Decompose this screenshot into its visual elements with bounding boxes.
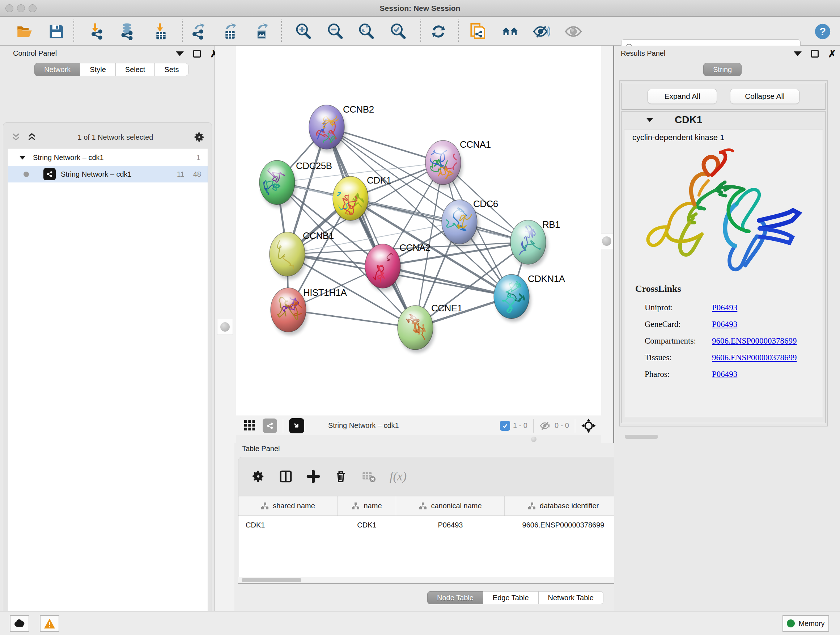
zoom-out-icon[interactable]: [327, 23, 344, 40]
control-panel-collapse-icon[interactable]: [176, 51, 184, 56]
tab-sets[interactable]: Sets: [155, 63, 188, 76]
selected-items-checkbox[interactable]: [500, 421, 510, 431]
scrollbar-thumb[interactable]: [242, 578, 302, 582]
cell-canonical-name[interactable]: P06493: [396, 521, 505, 529]
add-column-icon[interactable]: [306, 470, 320, 483]
hide-graphics-details-icon[interactable]: [533, 23, 550, 40]
tab-network-table[interactable]: Network Table: [538, 591, 603, 604]
network-node-CDC6[interactable]: [429, 195, 479, 247]
window-close-button[interactable]: [5, 4, 13, 12]
expand-all-button[interactable]: Expand All: [647, 89, 717, 104]
zoom-in-icon[interactable]: [295, 23, 312, 40]
results-panel-close-icon[interactable]: ✗: [828, 50, 836, 57]
results-panel-collapse-icon[interactable]: [794, 51, 802, 56]
expand-all-icon[interactable]: [27, 133, 37, 142]
delete-table-icon: [362, 469, 376, 484]
results-scrollbar-thumb[interactable]: [625, 435, 658, 439]
collapse-all-icon[interactable]: [11, 133, 21, 142]
results-panel-float-icon[interactable]: [811, 50, 819, 57]
open-session-icon[interactable]: [16, 23, 33, 40]
svg-text:?: ?: [819, 25, 826, 37]
left-splitter-handle[interactable]: [217, 319, 233, 335]
save-session-icon[interactable]: [48, 23, 65, 40]
window-zoom-button[interactable]: [28, 4, 36, 12]
left-splitter[interactable]: [215, 46, 236, 611]
function-builder-icon: f(x): [390, 470, 407, 483]
show-view-icon[interactable]: [565, 23, 582, 40]
help-icon[interactable]: ?: [814, 23, 831, 40]
share-document-icon[interactable]: [470, 23, 487, 40]
delete-column-icon[interactable]: [334, 470, 347, 483]
tab-style[interactable]: Style: [80, 63, 115, 76]
birdseye-grid-icon[interactable]: [243, 418, 256, 433]
network-collection-row[interactable]: String Network – cdk1 1: [8, 149, 208, 166]
crosslink-link[interactable]: P06493: [712, 320, 737, 329]
import-network-database-icon[interactable]: [118, 23, 136, 40]
network-node-label-CDC25B: CDC25B: [296, 160, 332, 171]
warnings-button[interactable]: [40, 615, 59, 632]
table-options-gear-icon[interactable]: [251, 470, 265, 483]
control-panel-float-icon[interactable]: [193, 50, 201, 57]
results-panel-title: Results Panel: [621, 49, 665, 57]
crosslink-link[interactable]: 9606.ENSP00000378699: [712, 336, 797, 346]
crosslink-label: GeneCard:: [645, 320, 712, 329]
import-table-icon[interactable]: [152, 23, 170, 40]
crosslink-label: Tissues:: [645, 353, 712, 363]
bottom-splitter-handle[interactable]: [531, 437, 537, 442]
string-style-icon[interactable]: [263, 418, 277, 433]
tab-string[interactable]: String: [703, 63, 742, 76]
column-header-shared-name[interactable]: shared name: [238, 496, 338, 516]
network-node-HIST1H1A[interactable]: [271, 288, 308, 335]
crosslink-label: Compartments:: [645, 336, 712, 346]
crosslink-link[interactable]: P06493: [712, 303, 737, 312]
network-canvas[interactable]: CCNB2CCNA1CDC25BCDK1CDC6RB1CCNB1CCNA2CDK…: [236, 46, 601, 416]
network-selection-status: 1 of 1 Network selected: [37, 133, 194, 141]
export-table-icon[interactable]: [221, 23, 239, 40]
network-node-CCNB1[interactable]: [256, 220, 307, 290]
zoom-selected-icon[interactable]: [390, 23, 407, 40]
tree-expander-icon[interactable]: [19, 156, 26, 159]
protein-card-header[interactable]: CDK1: [622, 111, 825, 128]
export-image-icon[interactable]: [253, 23, 271, 40]
export-network-icon[interactable]: [190, 23, 207, 40]
tab-select[interactable]: Select: [116, 63, 155, 76]
show-columns-icon[interactable]: [279, 470, 293, 483]
cloud-button[interactable]: [10, 615, 29, 632]
network-options-gear-icon[interactable]: [194, 131, 205, 143]
column-header-database-identifier[interactable]: database identifier: [505, 496, 622, 516]
open-in-new-window-icon[interactable]: [289, 418, 304, 433]
home-icon[interactable]: [501, 23, 519, 40]
control-panel: Control Panel ✗ NetworkStyleSelectSets 1…: [0, 46, 215, 611]
main-toolbar: ?: [0, 17, 840, 46]
refresh-icon[interactable]: [430, 23, 447, 40]
network-tab-panel: 1 of 1 Network selected String Network –…: [3, 122, 212, 635]
window-minimize-button[interactable]: [17, 4, 25, 12]
zoom-fit-icon[interactable]: [358, 23, 375, 40]
network-node-CCNE1[interactable]: [398, 306, 435, 364]
tab-node-table[interactable]: Node Table: [427, 591, 483, 604]
results-panel: Results Panel ✗ String Expand All Collap…: [614, 46, 840, 611]
network-row[interactable]: String Network – cdk1 11 48: [8, 166, 208, 182]
network-view-toolbar: String Network – cdk1 1 - 0 0 - 0: [236, 416, 601, 435]
fit-content-crosshair-icon[interactable]: [581, 418, 596, 433]
column-header-canonical-name[interactable]: canonical name: [396, 496, 505, 516]
cell-shared-name[interactable]: CDK1: [238, 521, 338, 529]
hidden-items-eye-icon[interactable]: [539, 420, 552, 431]
collapse-all-button[interactable]: Collapse All: [730, 89, 799, 104]
cell-name[interactable]: CDK1: [338, 521, 396, 529]
crosslink-link[interactable]: 9606.ENSP00000378699: [712, 353, 797, 363]
network-node-CCNB2[interactable]: [309, 105, 346, 154]
selected-node-edge-counts: 1 - 0: [513, 421, 527, 430]
column-header-name[interactable]: name: [338, 496, 396, 516]
card-expander-icon[interactable]: [646, 118, 653, 122]
right-splitter-handle[interactable]: [599, 233, 614, 249]
network-node-CDKN1A[interactable]: [494, 274, 531, 322]
memory-button[interactable]: Memory: [783, 615, 829, 632]
network-view-indicator-icon: [24, 172, 29, 177]
import-network-file-icon[interactable]: [89, 23, 106, 40]
tab-network[interactable]: Network: [34, 63, 80, 76]
cloud-icon: [13, 619, 26, 628]
cell-database-identifier[interactable]: 9606.ENSP00000378699: [505, 521, 622, 529]
tab-edge-table[interactable]: Edge Table: [483, 591, 538, 604]
crosslink-link[interactable]: P06493: [712, 370, 737, 379]
